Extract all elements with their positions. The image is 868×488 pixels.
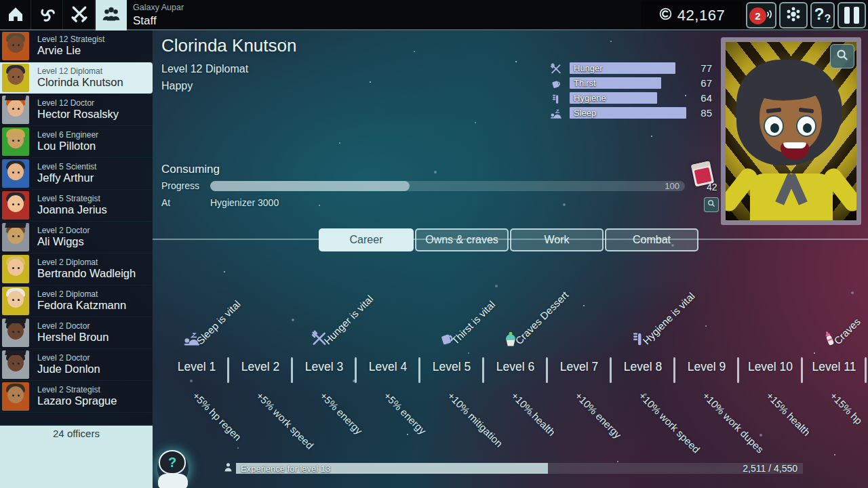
home-icon bbox=[5, 4, 26, 27]
pause-icon bbox=[844, 7, 850, 24]
officer-level-class: Level 6 Engineer bbox=[37, 131, 98, 140]
career-milestone-label: Thirst is vital bbox=[449, 298, 498, 347]
list-item-partial bbox=[0, 413, 153, 424]
settings-flower-icon bbox=[785, 5, 802, 26]
help-icon: ?? bbox=[814, 6, 831, 24]
officer-list-item[interactable]: Level 12 Strategist Arvie Lie bbox=[0, 30, 153, 62]
officer-level-class: Level 5 Strategist bbox=[37, 195, 107, 204]
portrait-zoom-button[interactable] bbox=[830, 44, 854, 68]
officer-level-class: Level 12 Strategist bbox=[37, 35, 104, 45]
magnifier-icon bbox=[835, 47, 850, 65]
officer-avatar bbox=[2, 191, 29, 220]
stat-value: 77 bbox=[688, 62, 712, 74]
officer-detail-mood: Happy bbox=[161, 80, 193, 92]
portrait-eye bbox=[796, 115, 816, 137]
officer-list-item[interactable]: Level 2 Diplomat Bertrando Wadleigh bbox=[0, 253, 153, 285]
officer-list-item[interactable]: Level 5 Scientist Jeffy Arthur bbox=[0, 158, 153, 189]
officer-filter-panel: 24 officers Abc bbox=[0, 426, 153, 488]
notifications-button[interactable]: 2 bbox=[746, 2, 776, 28]
utensils-icon bbox=[549, 62, 563, 76]
career-perk-label: +10% energy bbox=[573, 390, 624, 441]
nav-tab-galaxy[interactable] bbox=[32, 0, 63, 30]
officer-avatar bbox=[2, 159, 29, 188]
officer-avatar bbox=[2, 350, 29, 379]
nav-tab-staff[interactable] bbox=[96, 0, 127, 30]
tab-career[interactable]: Career bbox=[319, 228, 414, 251]
officer-count-label: 24 officers bbox=[0, 426, 153, 439]
career-level-label: Level 8 bbox=[611, 360, 675, 374]
officer-level-class: Level 2 Doctor bbox=[37, 226, 90, 236]
stat-value: 67 bbox=[688, 77, 712, 89]
consume-progress-fill bbox=[210, 181, 410, 191]
credits-display: 42,167 bbox=[641, 1, 743, 29]
officer-list-item[interactable]: Level 12 Diplomat Clorinda Knutson bbox=[0, 62, 153, 94]
consumable-count: 42 bbox=[707, 182, 717, 192]
officer-name: Bertrando Wadleigh bbox=[37, 267, 136, 280]
officer-list-item[interactable]: Level 12 Doctor Hector Rosalsky bbox=[0, 94, 153, 125]
career-level-label: Level 4 bbox=[356, 360, 420, 374]
tutorial-robot-button[interactable]: ? bbox=[152, 449, 194, 488]
question-mark-icon: ? bbox=[160, 455, 184, 470]
officer-level-class: Level 2 Doctor bbox=[37, 354, 100, 363]
officer-list-item[interactable]: Level 2 Doctor Ali Wiggs bbox=[0, 222, 153, 253]
career-milestone-label: Hunger is vital bbox=[321, 293, 376, 347]
career-level-label: Level 10 bbox=[738, 360, 802, 374]
experience-value: 2,511 / 4,550 bbox=[743, 463, 797, 474]
career-level-label: Level 9 bbox=[675, 360, 738, 374]
experience-bar-label: Experience for level 13 bbox=[241, 464, 330, 474]
nav-tab-battle[interactable] bbox=[64, 0, 95, 30]
officer-list-panel: Level 12 Strategist Arvie Lie Level 12 D… bbox=[0, 30, 153, 426]
officer-avatar bbox=[2, 223, 29, 251]
pause-button[interactable] bbox=[837, 2, 866, 28]
career-level-label: Level 1 bbox=[165, 360, 229, 374]
view-title: Galaxy Aupar Staff bbox=[133, 3, 184, 28]
career-perk-label: +5% energy bbox=[382, 390, 429, 436]
robot-head: ? bbox=[159, 450, 186, 474]
credits-amount: 42,167 bbox=[677, 7, 725, 24]
officer-list-item[interactable]: Level 2 Doctor Jude Donlon bbox=[0, 349, 153, 380]
officer-name: Hershel Broun bbox=[37, 331, 108, 344]
officer-list-item[interactable]: Level 2 Diplomat Fedora Katzmann bbox=[0, 285, 153, 317]
tab-work[interactable]: Work bbox=[510, 228, 604, 251]
experience-bar: Experience for level 13 2,511 / 4,550 bbox=[236, 463, 803, 474]
progress-label: Progress bbox=[161, 180, 199, 191]
career-perk-label: +15% hp bbox=[828, 390, 865, 426]
tab-combat[interactable]: Combat bbox=[605, 228, 698, 251]
staff-icon bbox=[101, 4, 121, 27]
officer-list-item[interactable]: Level 5 Strategist Joanna Jerius bbox=[0, 190, 153, 221]
nav-tab-home[interactable] bbox=[0, 0, 31, 30]
stat-label: Sleep bbox=[574, 108, 596, 118]
inspect-item-button[interactable] bbox=[704, 197, 719, 212]
career-perk-label: +5% hp regen bbox=[191, 390, 243, 443]
officer-list-item[interactable]: Level 2 Doctor Hershel Broun bbox=[0, 317, 153, 348]
officer-name: Hector Rosalsky bbox=[37, 108, 119, 121]
career-perk-label: +5% energy bbox=[318, 390, 365, 436]
settings-button[interactable] bbox=[779, 2, 808, 28]
activity-heading: Consuming bbox=[161, 163, 220, 176]
officer-list-item[interactable]: Level 2 Strategist Lazaro Sprague bbox=[0, 381, 153, 412]
officer-avatar bbox=[2, 382, 29, 411]
level-separator bbox=[865, 357, 867, 383]
hygiene-icon bbox=[549, 92, 563, 106]
officer-avatar bbox=[2, 64, 29, 92]
top-bar: Galaxy Aupar Staff 42,167 2 ?? bbox=[0, 0, 868, 30]
officer-portrait bbox=[726, 42, 856, 220]
officer-detail-title: Level 12 Diplomat bbox=[161, 63, 248, 75]
career-perk-label: +15% health bbox=[764, 390, 812, 438]
officer-name: Clorinda Knutson bbox=[37, 76, 123, 89]
officer-xp-icon bbox=[222, 462, 234, 474]
officer-list-item[interactable]: Level 6 Engineer Lou Pilloton bbox=[0, 126, 153, 157]
tab-owns-craves[interactable]: Owns & craves bbox=[415, 228, 509, 251]
game-screen: CareerOwns & cravesWorkCombat Clorinda K… bbox=[0, 0, 868, 488]
officer-avatar bbox=[2, 32, 29, 60]
at-label: At bbox=[161, 197, 170, 208]
stat-value: 85 bbox=[688, 107, 712, 119]
career-level-label: Level 7 bbox=[547, 360, 611, 374]
swords-icon bbox=[69, 4, 90, 27]
career-level-label: Level 6 bbox=[484, 360, 547, 374]
portrait-eye bbox=[764, 115, 784, 137]
help-button[interactable]: ?? bbox=[810, 2, 835, 28]
career-perk-label: +10% mitigation bbox=[446, 390, 505, 449]
at-value: Hygienizer 3000 bbox=[210, 197, 279, 208]
officer-name: Jude Donlon bbox=[37, 363, 100, 375]
